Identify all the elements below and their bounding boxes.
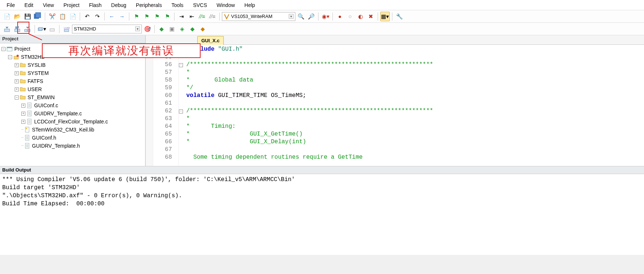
bookmark-prev-button[interactable]: ⚑ <box>142 12 151 21</box>
find-in-files-button[interactable]: 🔍 <box>296 12 306 21</box>
tree-icon <box>26 118 33 125</box>
tab-gui-x[interactable]: GUI_X.c <box>197 36 224 45</box>
outdent-button[interactable]: ⇤ <box>187 12 197 21</box>
open-file-button[interactable]: 📂 <box>12 12 22 21</box>
bookmark-toggle-button[interactable]: ⚑ <box>132 12 141 21</box>
cut-button[interactable]: ✂️ <box>47 12 57 21</box>
code-text[interactable]: #include "GUI.h" /**********************… <box>185 45 644 166</box>
copy-button[interactable]: 📋 <box>58 12 67 21</box>
tree-file[interactable]: +GUIConf.c <box>1 101 144 109</box>
configure-button[interactable]: 🔧 <box>395 12 404 21</box>
menu-window[interactable]: Window <box>212 1 240 10</box>
separator-icon <box>318 12 319 21</box>
tree-file[interactable]: +GUIDRV_Template.c <box>1 109 144 118</box>
batch-build-button[interactable]: ▾ <box>37 24 47 34</box>
indent-button[interactable]: ⇥ <box>177 12 186 21</box>
download-button[interactable]: LOAD <box>62 24 71 34</box>
expander-icon[interactable]: + <box>15 71 19 75</box>
save-all-button[interactable] <box>33 12 43 21</box>
expander-icon[interactable]: + <box>21 112 25 116</box>
menu-help[interactable]: Help <box>240 1 259 10</box>
breakpoint-disable-button[interactable]: ◐ <box>356 12 365 21</box>
expander-icon[interactable]: + <box>15 63 19 67</box>
separator-icon <box>392 12 392 21</box>
tree-group-fatfs[interactable]: +FATFS <box>1 77 144 85</box>
bookmark-clear-button[interactable]: ⚑ <box>162 12 172 21</box>
pack-installer-button[interactable]: ◈ <box>177 24 187 34</box>
chevron-down-icon: ▾ <box>135 26 140 31</box>
build-output[interactable]: *** Using Compiler 'V5.06 update 6 (buil… <box>0 174 644 255</box>
project-tree[interactable]: −Project−STM32HD+SYSLIB+SYSTEM+FATFS+USE… <box>0 43 145 166</box>
expander-icon[interactable]: + <box>21 120 25 124</box>
tree-icon <box>13 54 19 60</box>
breakpoint-insert-button[interactable]: ● <box>335 12 345 21</box>
separator-icon <box>332 12 333 21</box>
menu-svcs[interactable]: SVCS <box>188 1 211 10</box>
tree-group-syslib[interactable]: +SYSLIB <box>1 61 144 69</box>
debug-run-button[interactable]: ◉▾ <box>321 12 330 21</box>
tree-label: LCDConf_FlexColor_Template.c <box>33 118 108 126</box>
function-combo-value: VS1053_WriteRAM <box>231 14 272 19</box>
tree-group-system[interactable]: +SYSTEM <box>1 69 144 77</box>
tree-file[interactable]: ┈GUIConf.h <box>1 134 144 142</box>
paste-button[interactable]: 📄 <box>68 12 78 21</box>
new-file-button[interactable]: 📄 <box>2 12 12 21</box>
find-button[interactable]: 🔎 <box>306 12 316 21</box>
redo-button[interactable]: ↷ <box>93 12 102 21</box>
expander-icon[interactable]: − <box>15 95 19 100</box>
nav-back-button[interactable]: ← <box>107 12 116 21</box>
translate-button[interactable] <box>2 24 12 34</box>
separator-icon <box>129 12 129 21</box>
fold-icon[interactable]: - <box>179 63 183 67</box>
tree-icon <box>24 143 30 149</box>
breakpoint-enable-button[interactable]: ○ <box>345 12 355 21</box>
menu-view[interactable]: View <box>39 1 58 10</box>
expander-icon[interactable]: + <box>15 79 19 83</box>
function-combo[interactable]: VS1053_WriteRAM ▾ <box>222 12 295 21</box>
svg-rect-2 <box>4 29 10 32</box>
separator-icon <box>154 25 155 33</box>
tree-group-st-emwin[interactable]: −ST_EMWIN <box>1 93 144 101</box>
tree-file[interactable]: +LCDConf_FlexColor_Template.c <box>1 118 144 126</box>
tree-label: USER <box>27 85 42 93</box>
menu-edit[interactable]: Edit <box>20 1 38 10</box>
uncomment-button[interactable]: //≡ <box>208 12 217 21</box>
menu-tools[interactable]: Tools <box>167 1 188 10</box>
target-options-button[interactable]: 🎯 <box>143 24 152 34</box>
tab-label: GUI_X.c <box>201 38 220 43</box>
fold-icon[interactable]: - <box>179 109 183 113</box>
window-layout-button[interactable]: ▦▾ <box>380 12 390 21</box>
menu-file[interactable]: File <box>2 1 19 10</box>
menu-project[interactable]: Project <box>59 1 84 10</box>
bookmark-next-button[interactable]: ⚑ <box>152 12 162 21</box>
books-button[interactable]: ◆ <box>188 24 197 34</box>
tree-file[interactable]: ┈STemWin532_CM3_Keil.lib <box>1 126 144 134</box>
target-combo[interactable]: STM32HD ▾ <box>72 25 142 33</box>
tree-icon <box>26 102 33 109</box>
tree-label: GUIConf.h <box>31 134 56 142</box>
expander-icon[interactable]: − <box>1 47 6 51</box>
code-area[interactable]: 545556575859606162636465666768 - - #incl… <box>146 45 644 166</box>
manage-rte-button[interactable]: ◆ <box>157 24 166 34</box>
tree-label: STM32HD <box>20 53 45 61</box>
expander-icon[interactable]: + <box>15 87 19 91</box>
menu-bar: FileEditViewProjectFlashDebugPeripherals… <box>0 0 644 10</box>
menu-peripherals[interactable]: Peripherals <box>132 1 166 10</box>
nav-forward-button[interactable]: → <box>117 12 127 21</box>
undo-button[interactable]: ↶ <box>82 12 92 21</box>
expander-icon[interactable]: + <box>21 104 25 108</box>
comment-button[interactable]: //≡ <box>197 12 207 21</box>
save-button[interactable]: 💾 <box>23 12 32 21</box>
tree-file[interactable]: ┈GUIDRV_Template.h <box>1 142 144 150</box>
expander-icon[interactable]: − <box>8 55 12 59</box>
menu-debug[interactable]: Debug <box>107 1 131 10</box>
target-combo-value: STM32HD <box>74 26 96 32</box>
breakpoint-kill-button[interactable]: ✖ <box>366 12 375 21</box>
help-button[interactable]: ◆ <box>198 24 208 34</box>
select-pack-button[interactable]: ▣ <box>167 24 177 34</box>
tree-icon <box>19 78 26 84</box>
tree-icon <box>19 86 26 93</box>
tree-group-user[interactable]: +USER <box>1 85 144 93</box>
menu-flash[interactable]: Flash <box>84 1 106 10</box>
stop-build-button[interactable] <box>47 24 57 34</box>
